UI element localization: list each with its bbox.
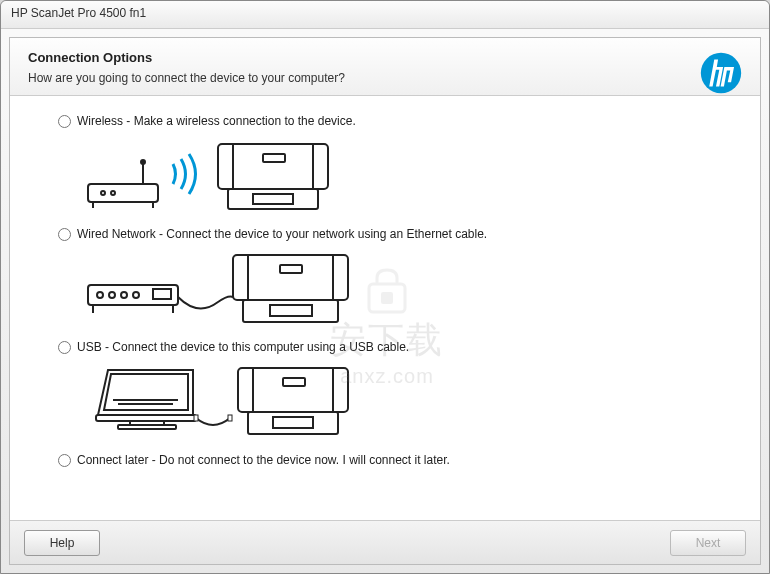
svg-rect-22: [233, 255, 348, 300]
installer-window: HP ScanJet Pro 4500 fn1 Connection Optio…: [0, 0, 770, 574]
inner-panel: Connection Options How are you going to …: [9, 37, 761, 565]
window-title: HP ScanJet Pro 4500 fn1: [11, 6, 146, 20]
svg-rect-30: [118, 425, 176, 429]
option-later: Connect later - Do not connect to the de…: [58, 453, 720, 467]
illustration-wired: [78, 247, 720, 330]
svg-rect-10: [253, 194, 293, 204]
radio-wireless[interactable]: [58, 115, 71, 128]
hp-logo-icon: [700, 52, 742, 94]
svg-rect-33: [194, 415, 198, 421]
illustration-wireless: [78, 134, 720, 217]
option-usb: USB - Connect the device to this compute…: [58, 340, 720, 443]
svg-rect-34: [228, 415, 232, 421]
label-wireless: Wireless - Make a wireless connection to…: [77, 114, 356, 128]
footer: Help Next: [10, 520, 760, 564]
label-wired: Wired Network - Connect the device to yo…: [77, 227, 487, 241]
option-wired: Wired Network - Connect the device to yo…: [58, 227, 720, 330]
svg-rect-1: [88, 184, 158, 202]
page-title: Connection Options: [28, 50, 742, 65]
svg-rect-37: [273, 417, 313, 428]
radio-usb[interactable]: [58, 341, 71, 354]
option-wireless: Wireless - Make a wireless connection to…: [58, 114, 720, 217]
radio-wired[interactable]: [58, 228, 71, 241]
content-area: Wireless - Make a wireless connection to…: [10, 96, 760, 520]
option-later-row[interactable]: Connect later - Do not connect to the de…: [58, 453, 720, 467]
svg-rect-24: [270, 305, 312, 316]
svg-rect-25: [280, 265, 302, 273]
page-subtitle: How are you going to connect the device …: [28, 71, 742, 85]
radio-later[interactable]: [58, 454, 71, 467]
header: Connection Options How are you going to …: [10, 38, 760, 96]
svg-point-5: [141, 160, 145, 164]
label-later: Connect later - Do not connect to the de…: [77, 453, 450, 467]
help-button[interactable]: Help: [24, 530, 100, 556]
illustration-usb: [78, 360, 720, 443]
option-wired-row[interactable]: Wired Network - Connect the device to yo…: [58, 227, 720, 241]
titlebar: HP ScanJet Pro 4500 fn1: [1, 1, 769, 29]
svg-rect-8: [218, 144, 328, 189]
label-usb: USB - Connect the device to this compute…: [77, 340, 409, 354]
option-usb-row[interactable]: USB - Connect the device to this compute…: [58, 340, 720, 354]
svg-rect-35: [238, 368, 348, 412]
svg-rect-11: [263, 154, 285, 162]
next-button[interactable]: Next: [670, 530, 746, 556]
option-wireless-row[interactable]: Wireless - Make a wireless connection to…: [58, 114, 720, 128]
svg-rect-38: [283, 378, 305, 386]
